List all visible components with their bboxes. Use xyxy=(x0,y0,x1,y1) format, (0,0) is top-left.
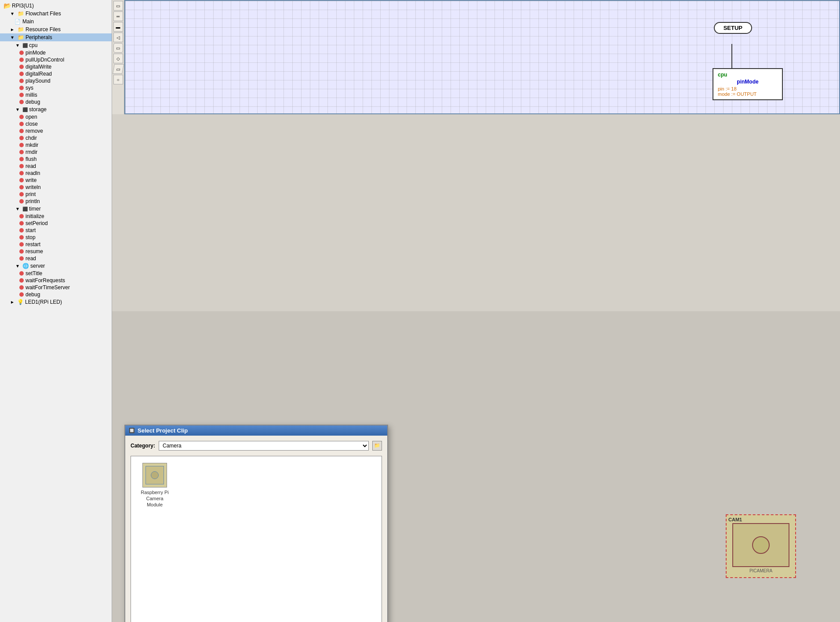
sidebar-item-flowchart-files[interactable]: ▾ 📁 Flowchart Files xyxy=(0,10,112,18)
sidebar-item-resource-files[interactable]: ▸ 📁 Resource Files xyxy=(0,25,112,33)
sidebar-item-initialize[interactable]: initialize xyxy=(0,213,112,220)
sidebar: 📂 RPI3(U1) ▾ 📁 Flowchart Files 📄 Main ▸ … xyxy=(0,0,112,622)
globe-icon: 🌐 xyxy=(22,263,29,269)
cpu-param-mode: mode := OUTPUT xyxy=(718,91,778,97)
sidebar-item-main[interactable]: 📄 Main xyxy=(0,18,112,25)
sidebar-item-playsound[interactable]: playSound xyxy=(0,77,112,84)
cpu-label: cpu xyxy=(29,42,37,48)
sidebar-item-open[interactable]: open xyxy=(0,113,112,120)
parallelogram-tool-button[interactable]: ▭ xyxy=(113,64,124,74)
sidebar-item-settitle[interactable]: setTitle xyxy=(0,270,112,277)
cam1-label: CAM1 xyxy=(728,517,793,522)
sidebar-item-digitalwrite[interactable]: digitalWrite xyxy=(0,63,112,70)
category-label: Category: xyxy=(131,443,155,449)
remove-label: remove xyxy=(25,128,43,134)
diamond-tool-button[interactable]: ◇ xyxy=(113,54,123,63)
canvas-toolbar: ▭ ═ ▬ ◁ ▭ ◇ ▭ ○ xyxy=(112,0,124,114)
sidebar-item-millis[interactable]: millis xyxy=(0,91,112,98)
cpu-pinmode-box[interactable]: cpu pinMode pin := 18 mode := OUTPUT xyxy=(713,68,783,100)
sidebar-item-debug-server[interactable]: debug xyxy=(0,291,112,298)
arrow-tool-button[interactable]: ◁ xyxy=(113,33,123,42)
method-dot11-icon xyxy=(19,129,24,133)
sidebar-item-pinmode[interactable]: pinMode xyxy=(0,49,112,56)
led1-label: LED1(RPi LED) xyxy=(25,299,62,305)
sidebar-item-rmdir[interactable]: rmdir xyxy=(0,149,112,156)
sidebar-item-read-storage[interactable]: read xyxy=(0,163,112,170)
sidebar-item-storage[interactable]: ▾ ⬛ storage xyxy=(0,105,112,113)
sidebar-item-read-timer[interactable]: read xyxy=(0,255,112,262)
rmdir-label: rmdir xyxy=(25,149,37,155)
sidebar-item-server[interactable]: ▾ 🌐 server xyxy=(0,262,112,270)
sidebar-item-start[interactable]: start xyxy=(0,227,112,234)
sidebar-item-mkdir[interactable]: mkdir xyxy=(0,142,112,149)
sidebar-item-flush[interactable]: flush xyxy=(0,156,112,163)
dialog-title-label: Select Project Clip xyxy=(138,427,188,434)
sidebar-item-readln[interactable]: readln xyxy=(0,170,112,177)
chevron-down5-icon: ▾ xyxy=(14,205,21,212)
sidebar-item-stop[interactable]: stop xyxy=(0,234,112,241)
param-mode-name: mode := xyxy=(718,91,737,97)
sidebar-item-remove[interactable]: remove xyxy=(0,127,112,135)
select-project-clip-dialog: 🔲 Select Project Clip Category: Camera S… xyxy=(124,425,388,622)
initialize-label: initialize xyxy=(25,213,44,219)
close-label: close xyxy=(25,121,38,127)
method-dot7-icon xyxy=(19,93,24,97)
waitforrequests-label: waitForRequests xyxy=(25,277,65,284)
cam1-component[interactable]: CAM1 PICAMERA xyxy=(726,514,796,578)
method-dot24-icon xyxy=(19,228,24,233)
sidebar-item-write[interactable]: write xyxy=(0,177,112,184)
sidebar-item-close[interactable]: close xyxy=(0,120,112,127)
category-browse-button[interactable]: 📁 xyxy=(372,441,382,451)
sidebar-item-print[interactable]: print xyxy=(0,191,112,198)
server-label: server xyxy=(30,263,45,269)
sidebar-item-waitforrequests[interactable]: waitForRequests xyxy=(0,277,112,284)
sidebar-item-timer[interactable]: ▾ ⬛ timer xyxy=(0,205,112,213)
clip-thumb-lens-icon xyxy=(151,471,159,479)
playsound-label: playSound xyxy=(25,78,51,84)
sidebar-item-led1[interactable]: ▸ 💡 LED1(RPi LED) xyxy=(0,298,112,306)
method-dot14-icon xyxy=(19,150,24,154)
sidebar-item-setperiod[interactable]: setPeriod xyxy=(0,220,112,227)
sidebar-item-waitfortimeserver[interactable]: waitForTimeServer xyxy=(0,284,112,291)
clip-thumbnail xyxy=(142,463,167,487)
method-dot30-icon xyxy=(19,278,24,283)
canvas-area: ▭ ═ ▬ ◁ ▭ ◇ ▭ ○ Main SETUP xyxy=(112,0,840,311)
rect-tool-button[interactable]: ▭ xyxy=(113,1,123,11)
sidebar-item-restart[interactable]: restart xyxy=(0,241,112,248)
chevron-down6-icon: ▾ xyxy=(14,262,21,269)
chdir-label: chdir xyxy=(25,135,37,141)
clip-thumb-inner xyxy=(145,466,164,484)
sidebar-item-debug-cpu[interactable]: debug xyxy=(0,98,112,105)
cpu-param-pin: pin := 18 xyxy=(718,86,778,91)
cpu-func-name: pinMode xyxy=(718,79,778,85)
setup-node[interactable]: SETUP xyxy=(714,22,752,34)
main-layout: 📂 RPI3(U1) ▾ 📁 Flowchart Files 📄 Main ▸ … xyxy=(0,0,840,622)
category-select[interactable]: Camera Sensors Actuators Display Communi… xyxy=(159,441,369,451)
right-area: ▭ ═ ▬ ◁ ▭ ◇ ▭ ○ Main SETUP xyxy=(112,0,840,622)
method-dot27-icon xyxy=(19,249,24,254)
method-dot31-icon xyxy=(19,285,24,290)
method-dot32-icon xyxy=(19,292,24,297)
category-row: Category: Camera Sensors Actuators Displ… xyxy=(131,441,382,451)
sidebar-item-pullupdn[interactable]: pullUpDnControl xyxy=(0,56,112,63)
sidebar-item-digitalread[interactable]: digitalRead xyxy=(0,70,112,77)
sidebar-item-cpu[interactable]: ▾ ⬛ cpu xyxy=(0,41,112,49)
hline-tool-button[interactable]: ═ xyxy=(113,11,123,21)
sidebar-item-peripherals[interactable]: ▾ 📁 Peripherals xyxy=(0,33,112,41)
sidebar-root-label: RPI3(U1) xyxy=(12,3,34,9)
sidebar-item-resume[interactable]: resume xyxy=(0,248,112,255)
sidebar-item-sys[interactable]: sys xyxy=(0,84,112,91)
pullupdn-label: pullUpDnControl xyxy=(25,57,64,63)
rounded-rect-tool-button[interactable]: ▭ xyxy=(113,43,123,53)
flowchart-files-label: Flowchart Files xyxy=(25,11,61,17)
ellipse-tool-button[interactable]: ○ xyxy=(113,75,123,84)
sidebar-item-chdir[interactable]: chdir xyxy=(0,135,112,142)
method-dot29-icon xyxy=(19,271,24,276)
sidebar-item-println[interactable]: println xyxy=(0,198,112,205)
sidebar-root[interactable]: 📂 RPI3(U1) xyxy=(0,2,112,10)
clip-item-raspberry-pi-camera[interactable]: Raspberry Pi Camera Module xyxy=(135,461,174,510)
setup-label: SETUP xyxy=(724,25,742,31)
sidebar-item-writeln[interactable]: writeln xyxy=(0,184,112,191)
dialog-title-icon: 🔲 xyxy=(129,428,135,433)
rect2-tool-button[interactable]: ▬ xyxy=(113,22,123,32)
